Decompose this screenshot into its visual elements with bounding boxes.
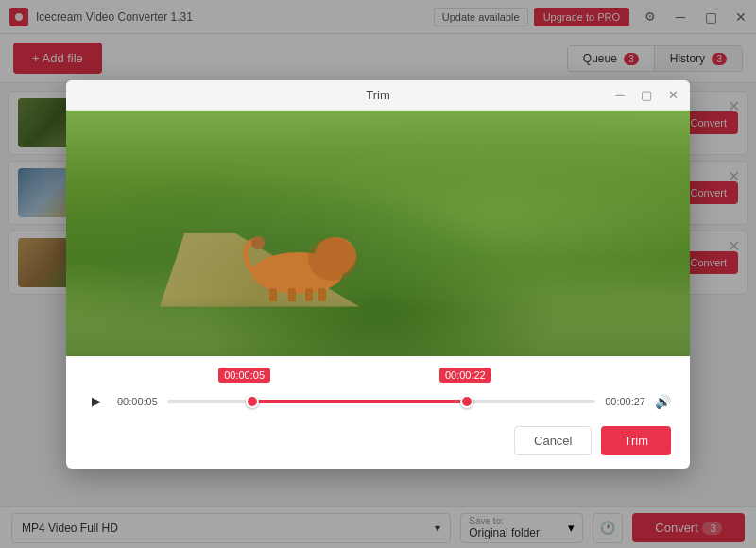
trim-confirm-button[interactable]: Trim <box>601 426 671 455</box>
start-time-marker: 00:00:05 <box>218 368 270 383</box>
trim-titlebar: Trim ─ ▢ ✕ <box>66 80 690 111</box>
end-time-display: 00:00:27 <box>605 396 645 407</box>
end-time-marker: 00:00:22 <box>439 368 491 383</box>
svg-point-8 <box>251 236 265 249</box>
trim-actions: Cancel Trim <box>66 426 690 469</box>
trim-window-controls: ─ ▢ ✕ <box>607 80 686 110</box>
ground-overlay <box>66 295 690 356</box>
trim-dialog-title: Trim <box>77 88 679 102</box>
play-button[interactable]: ▶ <box>85 390 108 413</box>
trim-close-button[interactable]: ✕ <box>660 80 686 111</box>
trim-end-handle[interactable] <box>460 395 473 408</box>
trim-timeline: ▶ 00:00:05 00:00:27 🔊 <box>85 390 671 413</box>
lion-silhouette <box>241 226 373 301</box>
svg-point-3 <box>308 237 357 281</box>
current-time-display: 00:00:05 <box>117 396 158 407</box>
video-preview <box>66 111 690 356</box>
time-markers-row: 00:00:05 00:00:22 <box>132 368 671 388</box>
volume-icon[interactable]: 🔊 <box>655 394 671 409</box>
video-frame <box>66 111 690 356</box>
trim-range <box>252 400 467 403</box>
modal-overlay: Trim ─ ▢ ✕ <box>0 0 756 548</box>
trim-maximize-button[interactable]: ▢ <box>633 80 660 111</box>
trim-minimize-button[interactable]: ─ <box>607 80 633 111</box>
trim-slider-track[interactable] <box>167 400 595 403</box>
trim-controls: 00:00:05 00:00:22 ▶ 00:00:05 00:00:27 🔊 <box>66 356 690 426</box>
trim-start-handle[interactable] <box>246 395 259 408</box>
trim-dialog: Trim ─ ▢ ✕ <box>66 80 690 469</box>
cancel-button[interactable]: Cancel <box>514 426 592 455</box>
